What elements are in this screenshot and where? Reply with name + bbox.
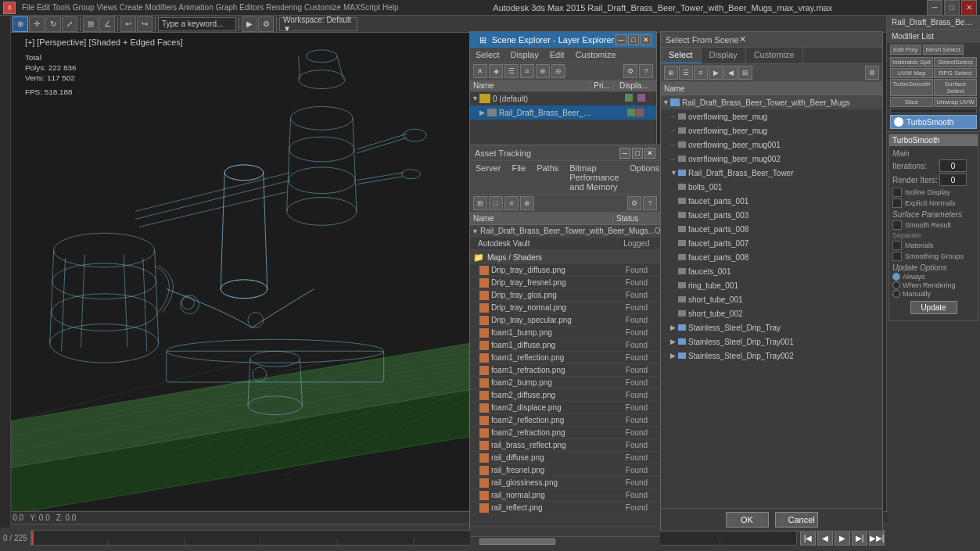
at-file-5[interactable]: foam1_bump.png Found <box>470 327 660 339</box>
render-setup-tool[interactable]: ⚙ <box>258 16 274 32</box>
sfs-sub-5[interactable]: faucet_parts_007 <box>661 236 882 250</box>
workspace-selector[interactable]: Workspace: Default ▼ <box>279 17 357 31</box>
turbosmooth-btn[interactable]: TurboSmooth <box>890 79 933 96</box>
at-menu-file[interactable]: File <box>509 163 528 192</box>
render-tool[interactable]: ▶ <box>242 16 257 32</box>
scene-explorer-maximize[interactable]: □ <box>628 34 639 45</box>
se-tb-7[interactable]: ⚙ <box>623 64 637 78</box>
ts-radio-rendering-btn[interactable] <box>892 281 900 289</box>
at-file-17[interactable]: rail_glossiness.png Found <box>470 477 660 489</box>
at-h-scroll-thumb[interactable] <box>479 538 555 545</box>
angle-snap-tool[interactable]: ∠ <box>99 16 115 32</box>
sfs-tb-1[interactable]: ⊕ <box>664 66 678 80</box>
menu-display[interactable]: Display <box>508 49 541 60</box>
ts-render-input[interactable] <box>939 174 967 186</box>
undo-tool[interactable]: ↩ <box>120 16 136 32</box>
sfs-tb-3[interactable]: ≡ <box>694 66 708 80</box>
at-file-1[interactable]: Drip_tray_fresnel.png Found <box>470 277 660 289</box>
at-file-18[interactable]: rail_normal.png Found <box>470 489 660 502</box>
at-tb-4[interactable]: ⊕ <box>520 196 534 210</box>
se-tb-1[interactable]: ✕ <box>473 64 487 78</box>
at-tb-6[interactable]: ? <box>643 196 657 210</box>
ts-radio-always[interactable]: Always <box>892 273 975 281</box>
at-file-3[interactable]: Drip_tray_normal.png Found <box>470 302 660 314</box>
se-tb-6[interactable]: ⊖ <box>551 64 565 78</box>
sfs-root[interactable]: ▼ Rail_Draft_Brass_Beer_Tower_with_Beer_… <box>661 95 882 109</box>
tab-display[interactable]: Display <box>702 48 746 63</box>
at-maximize[interactable]: □ <box>632 148 643 159</box>
sfs-sub-9[interactable]: short_tube_001 <box>661 292 882 306</box>
sfs-sub-7[interactable]: faucets_001 <box>661 264 882 278</box>
sfs-sub-3[interactable]: faucet_parts_003 <box>661 208 882 222</box>
last-frame-btn[interactable]: ▶▶| <box>869 530 885 546</box>
at-file-6[interactable]: foam1_diffuse.png Found <box>470 339 660 352</box>
menu-customize[interactable]: Customize <box>573 49 619 60</box>
ts-radio-always-btn[interactable] <box>892 273 900 281</box>
sfs-tb-7[interactable]: ⚙ <box>865 66 879 80</box>
scene-explorer-minimize[interactable]: ─ <box>616 34 626 45</box>
ts-radio-manually[interactable]: Manually <box>892 290 975 298</box>
at-file-19[interactable]: rail_reflect.png Found <box>470 502 660 514</box>
at-file-10[interactable]: foam2_diffuse.png Found <box>470 389 660 402</box>
ts-iterations-input[interactable] <box>939 159 967 172</box>
tab-select[interactable]: Select <box>661 48 702 63</box>
sfs-ss-2[interactable]: ▶ Stainless_Steel_Drip_Tray001 <box>661 335 882 349</box>
select-select-btn[interactable]: SolectSelect <box>934 57 977 67</box>
sfs-group-1[interactable]: ▼ Rail_Draft_Brass_Beer_Tower <box>661 166 882 180</box>
at-menu-paths[interactable]: Paths <box>534 163 561 192</box>
sfs-ok-btn[interactable]: OK <box>726 512 769 528</box>
at-menu-options[interactable]: Options <box>627 163 662 192</box>
ts-radio-manually-btn[interactable] <box>892 290 900 298</box>
ts-explicit-check[interactable] <box>892 199 902 208</box>
menu-select[interactable]: Select <box>473 49 502 60</box>
at-file-15[interactable]: rail_diffuse.png Found <box>470 452 660 464</box>
layer-default[interactable]: ▼ 0 (default) <box>470 91 656 106</box>
sfs-sub-10[interactable]: short_tube_002 <box>661 306 882 320</box>
redo-tool[interactable]: ↪ <box>137 16 153 32</box>
se-tb-5[interactable]: ⊕ <box>536 64 550 78</box>
slice-btn[interactable]: Slice <box>890 97 933 107</box>
scene-object-1[interactable]: ▶ Rail_Draft_Brass_Beer_Tower_with_... <box>470 106 656 120</box>
uvw-map-btn[interactable]: UVW Map <box>890 68 933 78</box>
at-file-13[interactable]: foam2_refraction.png Found <box>470 427 660 439</box>
sfs-sub-1[interactable]: bolts_001 <box>661 180 882 194</box>
at-tb-3[interactable]: ≡ <box>504 196 519 210</box>
inderablc-splt-btn[interactable]: Inderablc Splt <box>890 57 933 67</box>
ts-update-button[interactable]: Update <box>910 301 957 314</box>
at-tb-2[interactable]: □ <box>489 196 503 210</box>
rotate-tool[interactable]: ↻ <box>45 16 61 32</box>
mesh-select-btn[interactable]: Mesh Select <box>923 45 964 55</box>
scene-explorer-close[interactable]: ✕ <box>641 34 652 45</box>
sfs-item-1[interactable]: ─ overflowing_beer_mug <box>661 109 882 123</box>
timeline-bar[interactable] <box>31 530 797 546</box>
at-file-12[interactable]: foam2_reflection.png Found <box>470 414 660 427</box>
close-btn[interactable]: ✕ <box>961 0 977 16</box>
sfs-tb-5[interactable]: ◀ <box>723 66 738 80</box>
se-tb-4[interactable]: ≡ <box>520 64 534 78</box>
tab-customize[interactable]: Customize <box>746 48 803 63</box>
sfs-sub-4[interactable]: faucet_parts_008 <box>661 222 882 236</box>
ts-isoline-check[interactable] <box>892 188 902 197</box>
at-file-7[interactable]: foam1_reflection.png Found <box>470 352 660 364</box>
sfs-item-3[interactable]: ─ overflowing_beer_mug001 <box>661 138 882 152</box>
search-box[interactable]: Type a keyword... <box>158 17 236 31</box>
at-file-11[interactable]: foam2_displace.png Found <box>470 402 660 414</box>
at-root-item[interactable]: ▼ Rail_Draft_Brass_Beer_Tower_with_Beer_… <box>470 225 660 238</box>
sfs-sub-2[interactable]: faucet_parts_001 <box>661 194 882 208</box>
sfs-ss-3[interactable]: ▶ Stainless_Steel_Drip_Tray002 <box>661 349 882 363</box>
play-fwd-btn[interactable]: ▶ <box>835 530 850 546</box>
sfs-tb-4[interactable]: ▶ <box>709 66 723 80</box>
ts-smoothgroups-check[interactable] <box>892 252 902 261</box>
at-file-14[interactable]: rail_brass_reflect.png Found <box>470 439 660 452</box>
max-btn[interactable]: □ <box>944 0 960 16</box>
at-file-8[interactable]: foam1_refraction.png Found <box>470 364 660 377</box>
at-tb-1[interactable]: ⊞ <box>473 196 487 210</box>
at-menu-server[interactable]: Server <box>473 163 503 192</box>
rpg-select-btn[interactable]: RPG Select <box>934 68 977 78</box>
menu-edit[interactable]: Edit <box>547 49 567 60</box>
se-tb-3[interactable]: ☰ <box>504 64 519 78</box>
move-tool[interactable]: ✛ <box>29 16 45 32</box>
at-tb-5[interactable]: ⚙ <box>627 196 641 210</box>
select-tool[interactable]: ⊕ <box>13 16 28 32</box>
at-file-2[interactable]: Drip_tray_glos.png Found <box>470 289 660 302</box>
